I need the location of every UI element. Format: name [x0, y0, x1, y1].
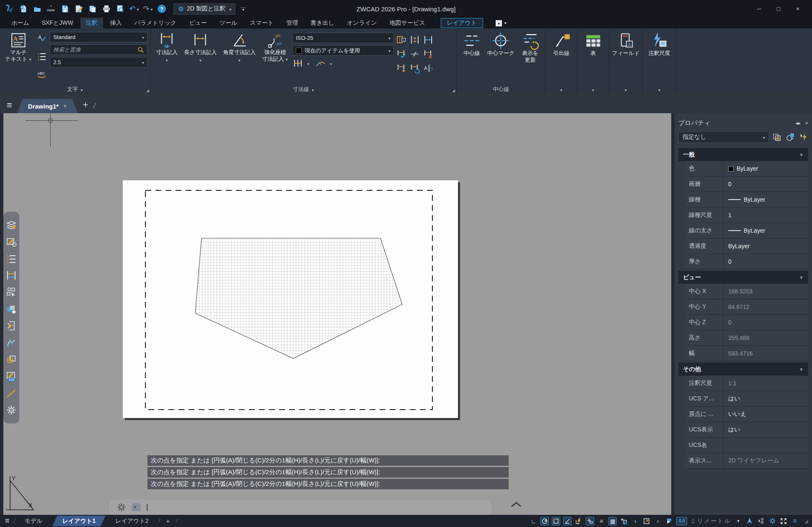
prop-value-layer[interactable]: 0: [724, 177, 808, 192]
tab-view[interactable]: ビュー: [184, 18, 212, 29]
prop-value-ucs-name[interactable]: [724, 438, 808, 453]
document-tab-drawing1[interactable]: Drawing1* ×: [17, 99, 78, 113]
tab-smart[interactable]: スマート: [244, 18, 279, 29]
object-snap-icon[interactable]: [552, 517, 560, 525]
dim-update-icon[interactable]: [409, 62, 420, 74]
drawing-canvas[interactable]: 123 PGP: [3, 113, 671, 515]
panel-field-dropdown[interactable]: [609, 84, 642, 94]
section-misc-header[interactable]: その他▼: [678, 363, 808, 376]
visibility-group-icon[interactable]: [5, 303, 17, 315]
next-viewport-icon[interactable]: ›: [654, 517, 662, 525]
close-button[interactable]: ×: [794, 5, 802, 12]
precision-badge[interactable]: 0.0: [676, 517, 687, 525]
minimize-button[interactable]: ─: [755, 5, 763, 12]
selection-filter-combo[interactable]: 指定なし: [678, 131, 769, 143]
prop-value-linetype[interactable]: ByLayer: [724, 192, 808, 207]
fullscreen-icon[interactable]: [779, 517, 788, 525]
document-tab-close-icon[interactable]: ×: [63, 103, 67, 109]
dimension-style-icon[interactable]: [5, 270, 17, 281]
toolbar-settings-gear-icon[interactable]: [5, 404, 17, 416]
multitext-button[interactable]: A マルチ テキスト: [3, 31, 34, 84]
dynamic-input-icon[interactable]: [574, 517, 583, 525]
model-tab[interactable]: モデル: [19, 517, 49, 526]
baseline-dimension-dropdown[interactable]: [306, 60, 309, 67]
field-button[interactable]: A フィールド: [610, 31, 641, 84]
ortho-icon[interactable]: ∟: [529, 517, 538, 525]
print-button[interactable]: [101, 3, 112, 14]
quick-select-icon[interactable]: [772, 132, 782, 142]
tab-insert[interactable]: 挿入: [105, 18, 127, 29]
snap-tracking-icon[interactable]: [563, 517, 572, 525]
status-list-menu-icon[interactable]: ≡: [791, 517, 799, 525]
prop-value-linetype-scale[interactable]: 1: [724, 208, 808, 223]
panel-leader-dropdown[interactable]: [546, 84, 577, 94]
layout1-tab[interactable]: レイアウト1: [52, 516, 106, 527]
text-height-combo[interactable]: 2.5: [50, 57, 147, 67]
help-button[interactable]: ?: [156, 3, 167, 14]
tab-layout[interactable]: レイアウト: [441, 18, 484, 28]
dim-delete-icon[interactable]: [423, 48, 434, 60]
centerline-button[interactable]: 中心線: [460, 31, 483, 84]
command-text-cursor[interactable]: |: [146, 503, 148, 511]
polar-tracking-icon[interactable]: [540, 517, 549, 525]
annotation-flag-icon[interactable]: [665, 517, 673, 525]
span-dimension-icon[interactable]: [423, 34, 434, 46]
text-style-combo[interactable]: Standard: [50, 32, 147, 42]
copy-button[interactable]: [87, 3, 98, 14]
panel-dock-icon[interactable]: ◂▸: [795, 120, 801, 126]
leader-button[interactable]: 引出線: [550, 31, 573, 84]
tab-sxf-jww[interactable]: SXFとJWW: [36, 18, 79, 29]
panel-text-launcher[interactable]: ◢: [146, 88, 149, 93]
import-block-icon[interactable]: [5, 320, 17, 332]
dim-check-icon[interactable]: [396, 48, 407, 60]
measure-divide-icon[interactable]: [5, 387, 17, 399]
selection-filter-icon[interactable]: [757, 517, 765, 525]
numbering-icon[interactable]: 123: [5, 253, 17, 265]
ordinate-dimension-button[interactable]: y=x= 強化座標 寸法記入: [260, 31, 290, 84]
workspace-selector[interactable]: 2D 製図と注釈: [173, 3, 235, 15]
panel-dimension-label[interactable]: 寸法線: [151, 84, 456, 94]
save-button[interactable]: [59, 3, 70, 14]
dimension-button[interactable]: 寸法記入: [154, 31, 180, 84]
edit-object-icon[interactable]: [5, 236, 17, 248]
prop-value-ucs-visible[interactable]: はい: [724, 422, 808, 437]
new-file-button[interactable]: [18, 3, 29, 14]
status-settings-gear-icon[interactable]: [768, 517, 776, 525]
annotation-monitor-icon[interactable]: [745, 517, 754, 525]
document-menu-icon[interactable]: ≡: [7, 100, 12, 111]
redo-button[interactable]: ↷: [142, 3, 153, 14]
new-layout-button[interactable]: +: [164, 517, 172, 525]
undo-button[interactable]: ↶: [129, 3, 140, 14]
spell-check-icon[interactable]: A: [36, 32, 48, 44]
command-prompt-icon[interactable]: >_: [131, 503, 141, 512]
prop-value-lineweight[interactable]: ByLayer: [724, 223, 808, 238]
maximize-button[interactable]: □: [774, 5, 783, 12]
quick-dimension-icon[interactable]: 1: [396, 34, 407, 46]
prop-value-thickness[interactable]: 0: [724, 254, 808, 269]
layout2-tab[interactable]: レイアウト2: [109, 517, 154, 526]
prev-viewport-icon[interactable]: ‹: [631, 517, 639, 525]
toggle-pickadd-icon[interactable]: [798, 132, 808, 142]
new-document-tab-button[interactable]: +: [83, 99, 88, 110]
hatched-polygon[interactable]: [195, 238, 402, 358]
open-file-button[interactable]: [32, 3, 43, 14]
linear-dimension-button[interactable]: 長さ寸法記入: [182, 31, 219, 84]
panel-dimension-launcher[interactable]: ◢: [452, 88, 455, 93]
qat-customize-button[interactable]: ──▼: [241, 7, 246, 11]
dim-break-icon[interactable]: [409, 48, 420, 60]
section-view-header[interactable]: ビュー▼: [678, 271, 808, 284]
baseline-dimension-icon[interactable]: [292, 59, 303, 68]
command-collapse-chevron[interactable]: [510, 501, 522, 507]
numbered-list-icon[interactable]: 123: [36, 50, 48, 62]
angular-dimension-button[interactable]: 角度寸法記入: [221, 31, 258, 84]
prop-value-ucs-origin[interactable]: いいえ: [724, 407, 808, 422]
tab-annotation[interactable]: 注釈: [80, 18, 103, 29]
panel-table-dropdown[interactable]: [577, 84, 609, 94]
unit-dropdown-arrow[interactable]: ▼: [734, 517, 742, 525]
tab-tools[interactable]: ツール: [214, 18, 243, 29]
jww-import-button[interactable]: JWW: [46, 3, 57, 14]
update-display-button[interactable]: 表示を 更新: [519, 31, 541, 84]
hatch-display-icon[interactable]: ▦: [608, 517, 617, 525]
text-align-icon[interactable]: A: [423, 62, 434, 74]
tab-map-service[interactable]: 地図サービス: [384, 18, 431, 29]
